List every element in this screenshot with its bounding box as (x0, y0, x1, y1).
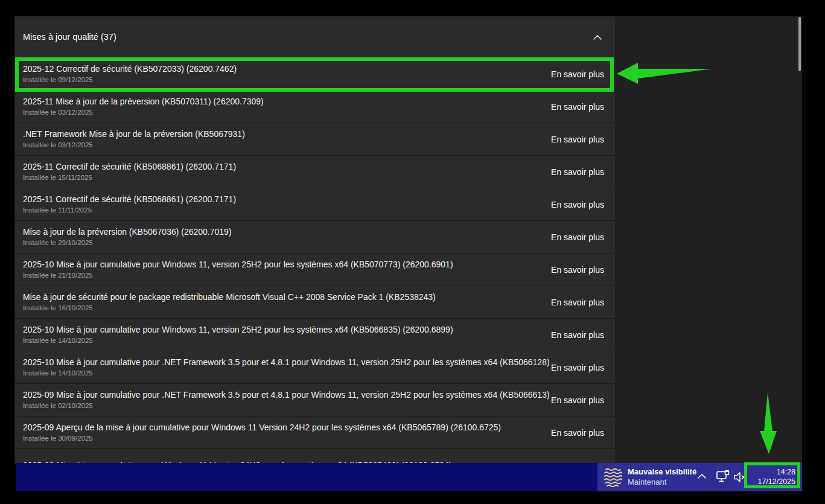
chevron-up-icon (593, 31, 602, 42)
update-row: Mise à jour de sécurité pour le package … (14, 286, 615, 319)
update-row: 2025-10 Mise à jour cumulative pour Wind… (14, 254, 615, 286)
update-title: .NET Framework Mise à jour de la prévers… (23, 129, 543, 139)
update-title: 2025-09 Mise à jour cumulative pour .NET… (23, 389, 543, 400)
update-row: 2025-09 Mise à jour cumulative pour .NET… (14, 384, 615, 416)
update-installed-date: Installée le 15/11/2025 (23, 173, 543, 182)
weather-time-label: Maintenant (628, 477, 696, 487)
update-title: 2025-12 Correctif de sécurité (KB5072033… (23, 63, 543, 74)
update-installed-date: Installée le 29/10/2025 (23, 238, 543, 247)
update-installed-date: Installée le 14/10/2025 (23, 369, 543, 378)
update-row: 2025-11 Correctif de sécurité (KB5068861… (14, 156, 615, 188)
learn-more-link[interactable]: En savoir plus (551, 200, 604, 209)
learn-more-link[interactable]: En savoir plus (551, 428, 604, 438)
update-title: Mise à jour de sécurité pour le package … (23, 292, 543, 302)
update-list: 2025-12 Correctif de sécurité (KB5072033… (14, 58, 615, 464)
update-title: 2025-09 Aperçu de la mise à jour cumulat… (23, 422, 543, 433)
update-row: 2025-10 Mise à jour cumulative pour .NET… (14, 351, 615, 384)
learn-more-link[interactable]: En savoir plus (551, 265, 604, 275)
update-installed-date: Installée le 02/10/2025 (23, 401, 543, 410)
update-row: .NET Framework Mise à jour de la prévers… (14, 123, 615, 156)
settings-window: Mises à jour qualité (37) 2025-12 Correc… (14, 16, 802, 464)
taskbar-clock[interactable]: 14:28 17/12/2025 (757, 467, 795, 486)
update-title: 2025-10 Mise à jour cumulative pour Wind… (23, 324, 543, 335)
learn-more-link[interactable]: En savoir plus (551, 69, 604, 79)
quality-updates-expander-header[interactable]: Mises à jour qualité (37) (14, 16, 615, 58)
update-title: 2025-11 Mise à jour de la préversion (KB… (23, 96, 543, 107)
weather-condition: Mauvaise visibilité (628, 467, 696, 477)
taskbar: Mauvaise visibilité Maintenant 14:28 17 (16, 463, 802, 491)
update-title: 2025-11 Correctif de sécurité (KB5068861… (23, 194, 543, 205)
update-installed-date: Installée le 03/12/2025 (23, 108, 543, 117)
scrollbar[interactable] (798, 17, 801, 71)
update-row: 2025-11 Mise à jour de la préversion (KB… (14, 91, 615, 123)
update-title: 2025-10 Mise à jour cumulative pour .NET… (23, 357, 543, 368)
update-installed-date: Installée le 30/09/2025 (23, 434, 543, 443)
update-installed-date: Installée le 11/11/2025 (23, 206, 543, 215)
update-title: 2025-10 Mise à jour cumulative pour Wind… (23, 259, 543, 270)
update-title: 2025-11 Correctif de sécurité (KB5068861… (23, 161, 543, 172)
update-row: 2025-09 Mise à jour cumulative pour Wind… (14, 449, 615, 464)
weather-widget[interactable]: Mauvaise visibilité Maintenant (599, 463, 701, 491)
quality-updates-section: Mises à jour qualité (37) 2025-12 Correc… (14, 16, 615, 464)
update-row: 2025-09 Aperçu de la mise à jour cumulat… (14, 416, 615, 449)
volume-muted-icon[interactable] (733, 471, 748, 483)
learn-more-link[interactable]: En savoir plus (551, 232, 604, 242)
learn-more-link[interactable]: En savoir plus (551, 135, 604, 144)
update-installed-date: Installée le 09/12/2025 (23, 75, 543, 85)
update-installed-date: Installée le 21/10/2025 (23, 271, 543, 280)
learn-more-link[interactable]: En savoir plus (551, 102, 604, 112)
update-title: Mise à jour de la préversion (KB5067036)… (23, 226, 543, 237)
update-installed-date: Installée le 14/10/2025 (23, 336, 543, 345)
update-installed-date: Installée le 03/12/2025 (23, 141, 543, 150)
clock-time: 14:28 (757, 467, 795, 477)
update-row: Mise à jour de la préversion (KB5067036)… (14, 221, 615, 254)
update-row: 2025-10 Mise à jour cumulative pour Wind… (14, 319, 615, 351)
tray-chevron-up-icon[interactable] (696, 472, 707, 482)
update-installed-date: Installée le 16/10/2025 (23, 304, 543, 313)
learn-more-link[interactable]: En savoir plus (551, 395, 604, 405)
weather-texts: Mauvaise visibilité Maintenant (628, 467, 696, 487)
update-row: 2025-12 Correctif de sécurité (KB5072033… (14, 58, 615, 91)
fog-weather-icon (604, 467, 623, 490)
update-row: 2025-11 Correctif de sécurité (KB5068861… (14, 188, 615, 221)
clock-date: 17/12/2025 (757, 477, 795, 486)
section-title: Mises à jour qualité (37) (23, 32, 116, 42)
learn-more-link[interactable]: En savoir plus (551, 330, 604, 340)
learn-more-link[interactable]: En savoir plus (551, 298, 604, 307)
wired-network-icon[interactable] (716, 470, 731, 484)
learn-more-link[interactable]: En savoir plus (551, 167, 604, 177)
learn-more-link[interactable]: En savoir plus (551, 363, 604, 372)
